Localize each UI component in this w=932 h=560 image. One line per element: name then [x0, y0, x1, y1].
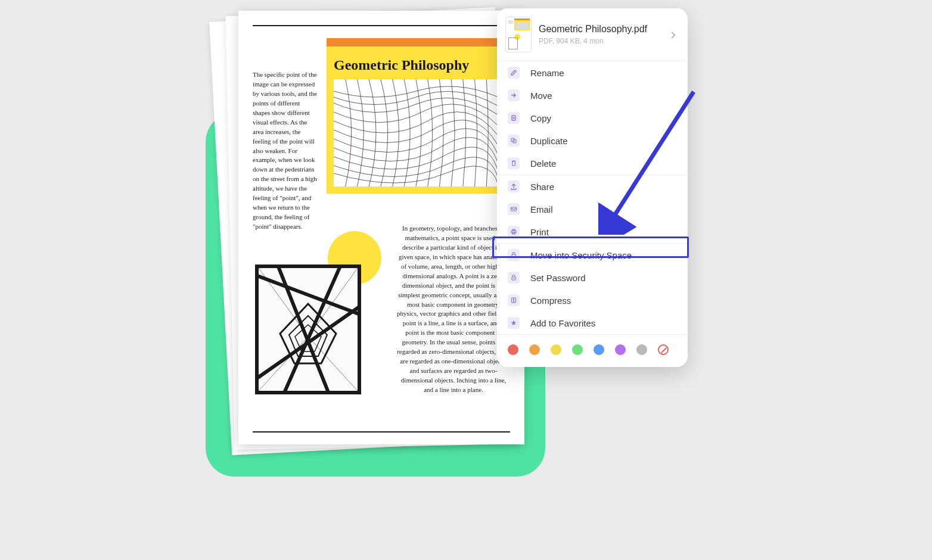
document-bottom-rule: [253, 431, 510, 433]
menu-set-password[interactable]: Set Password: [497, 266, 688, 289]
svg-rect-23: [512, 298, 516, 303]
document-header-block: Geometric Philosophy: [327, 38, 505, 194]
menu-rename[interactable]: Rename: [497, 61, 688, 84]
color-tag-none[interactable]: [658, 344, 669, 355]
menu-add-favorites[interactable]: Add to Favorites: [497, 312, 688, 334]
document-title: Geometric Philosophy: [334, 57, 498, 73]
file-thumbnail: [505, 17, 532, 52]
svg-rect-18: [512, 229, 515, 231]
share-icon: [508, 181, 520, 192]
menu-file-meta: PDF, 904 KB, 4 mon: [539, 37, 663, 45]
menu-compress[interactable]: Compress: [497, 289, 688, 312]
menu-label: Email: [530, 204, 553, 214]
document-orange-bar: [327, 38, 505, 46]
svg-rect-20: [512, 254, 515, 257]
menu-label: Copy: [530, 113, 551, 123]
document-preview-page: The specific point of the image can be e…: [238, 11, 524, 444]
menu-email[interactable]: Email: [497, 198, 688, 220]
color-tag-row: [497, 335, 688, 367]
lock-icon: [508, 249, 520, 261]
color-tag-gray[interactable]: [636, 344, 647, 355]
svg-point-22: [513, 278, 514, 279]
menu-file-header[interactable]: Geometric Philosophy.pdf PDF, 904 KB, 4 …: [497, 8, 688, 61]
document-paragraph-right: In geometry, topology, and branches of m…: [397, 224, 510, 395]
menu-label: Add to Favorites: [530, 318, 595, 328]
menu-copy[interactable]: Copy: [497, 107, 688, 129]
document-paragraph-left: The specific point of the image can be e…: [253, 70, 317, 232]
menu-label: Print: [530, 227, 549, 237]
duplicate-icon: [508, 135, 520, 147]
menu-label: Rename: [530, 68, 564, 78]
menu-duplicate[interactable]: Duplicate: [497, 129, 688, 152]
document-yellow-panel: Geometric Philosophy: [327, 46, 505, 194]
menu-move[interactable]: Move: [497, 84, 688, 107]
email-icon: [508, 203, 520, 215]
star-icon: [508, 317, 520, 329]
delete-icon: [508, 157, 520, 169]
color-tag-orange[interactable]: [529, 344, 540, 355]
svg-rect-1: [259, 268, 358, 391]
color-tag-green[interactable]: [572, 344, 583, 355]
key-icon: [508, 272, 520, 284]
menu-security-space[interactable]: Move into Security Space: [497, 244, 688, 266]
document-secondary-image: [255, 265, 361, 394]
menu-label: Share: [530, 182, 554, 192]
color-tag-yellow[interactable]: [551, 344, 561, 355]
menu-delete[interactable]: Delete: [497, 152, 688, 175]
document-header-image: [334, 79, 498, 186]
rename-icon: [508, 67, 520, 79]
color-tag-blue[interactable]: [594, 344, 604, 355]
chevron-right-icon[interactable]: [670, 31, 677, 38]
menu-label: Duplicate: [530, 136, 568, 146]
document-top-rule: [253, 25, 510, 26]
compress-icon: [508, 294, 520, 306]
copy-icon: [508, 112, 520, 124]
color-tag-purple[interactable]: [615, 344, 626, 355]
print-icon: [508, 226, 520, 238]
color-tag-red[interactable]: [508, 344, 518, 355]
menu-print[interactable]: Print: [497, 220, 688, 243]
menu-share[interactable]: Share: [497, 175, 688, 198]
menu-label: Move: [530, 91, 552, 101]
menu-label: Compress: [530, 295, 571, 306]
menu-label: Set Password: [530, 273, 586, 283]
menu-label: Delete: [530, 158, 556, 169]
file-context-menu: Geometric Philosophy.pdf PDF, 904 KB, 4 …: [497, 8, 688, 367]
move-icon: [508, 89, 520, 101]
menu-file-name: Geometric Philosophy.pdf: [539, 24, 663, 35]
menu-label: Move into Security Space: [530, 250, 632, 260]
